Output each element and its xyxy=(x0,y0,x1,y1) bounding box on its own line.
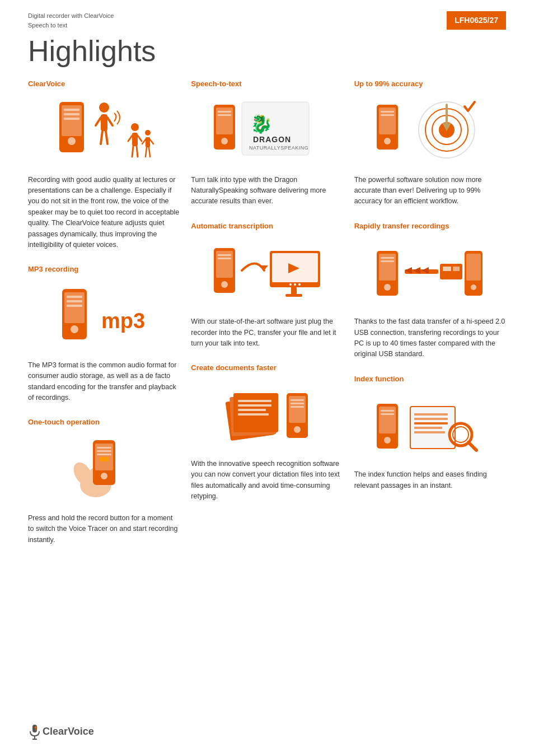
svg-line-11 xyxy=(106,131,107,144)
svg-point-75 xyxy=(294,426,301,433)
svg-point-2 xyxy=(68,137,76,145)
svg-rect-42 xyxy=(100,457,109,461)
svg-point-63 xyxy=(289,283,292,286)
svg-rect-3 xyxy=(64,109,79,111)
column-1: ClearVoice xyxy=(28,78,180,559)
svg-point-38 xyxy=(101,473,107,479)
svg-rect-108 xyxy=(381,410,394,412)
header-left: Digital recorder with ClearVoice Speech … xyxy=(28,11,114,30)
section-clearvoice: ClearVoice xyxy=(28,78,180,250)
onetouch-image xyxy=(28,433,180,506)
svg-rect-113 xyxy=(414,422,448,424)
svg-point-104 xyxy=(471,284,476,290)
svg-line-8 xyxy=(96,118,101,125)
svg-rect-46 xyxy=(218,111,231,113)
svg-rect-78 xyxy=(291,406,304,408)
clearvoice-footer-icon xyxy=(28,724,41,739)
product-name: Digital recorder with ClearVoice xyxy=(28,11,114,21)
transcription-text: With our state-of-the-art software just … xyxy=(191,316,343,349)
svg-rect-13 xyxy=(132,133,138,146)
mp3-image: mp3 xyxy=(28,281,180,353)
svg-rect-28 xyxy=(67,300,82,302)
svg-line-9 xyxy=(107,118,113,125)
svg-rect-69 xyxy=(238,400,271,402)
svg-point-12 xyxy=(131,123,139,131)
svg-rect-93 xyxy=(381,257,394,259)
svg-rect-71 xyxy=(238,409,266,411)
index-text: The index function helps and eases findi… xyxy=(354,469,506,491)
svg-rect-56 xyxy=(218,258,231,259)
speech-text: Turn talk into type with the Dragon Natu… xyxy=(191,175,343,207)
accuracy-heading: Up to 99% accuracy xyxy=(354,78,506,90)
svg-rect-119 xyxy=(32,725,37,732)
svg-point-92 xyxy=(384,284,391,291)
onetouch-heading: One-touch operation xyxy=(28,417,180,428)
index-heading: Index function xyxy=(354,374,506,385)
svg-rect-61 xyxy=(291,287,297,294)
transfer-heading: Rapidly transfer recordings xyxy=(354,221,506,232)
svg-rect-99 xyxy=(440,264,462,279)
onetouch-text: Press and hold the record button for a m… xyxy=(28,513,180,545)
section-transcription: Automatic transcription xyxy=(191,221,343,349)
svg-point-54 xyxy=(221,281,228,288)
svg-rect-100 xyxy=(443,267,451,271)
svg-rect-27 xyxy=(67,296,82,298)
svg-rect-62 xyxy=(285,294,302,297)
svg-text:NATURALLYSPEAKING: NATURALLYSPEAKING xyxy=(249,145,308,151)
svg-rect-77 xyxy=(291,403,304,404)
svg-rect-40 xyxy=(97,450,111,452)
svg-rect-82 xyxy=(381,111,394,113)
mp3-text: The MP3 format is the common audio forma… xyxy=(28,360,180,404)
svg-rect-109 xyxy=(381,413,394,415)
dragon-image: 🐉 DRAGON NATURALLYSPEAKING xyxy=(191,95,343,168)
documents-heading: Create documents faster xyxy=(191,362,343,374)
section-index: Index function xyxy=(354,374,506,491)
svg-rect-55 xyxy=(218,254,231,256)
svg-line-22 xyxy=(146,147,147,157)
svg-text:DRAGON: DRAGON xyxy=(253,135,291,144)
svg-text:mp3: mp3 xyxy=(101,309,145,333)
accuracy-image xyxy=(354,95,506,168)
svg-rect-72 xyxy=(238,413,269,416)
svg-rect-114 xyxy=(414,427,442,429)
svg-line-16 xyxy=(132,146,133,157)
page-title: Highlights xyxy=(28,35,506,67)
product-id: LFH0625/27 xyxy=(447,11,506,30)
svg-line-20 xyxy=(142,139,146,144)
svg-line-17 xyxy=(137,146,138,157)
clearvoice-text: Recording with good audio quality at lec… xyxy=(28,175,180,251)
transfer-image xyxy=(354,237,506,310)
svg-rect-4 xyxy=(64,113,79,115)
svg-rect-29 xyxy=(67,305,82,307)
mp3-heading: MP3 recording xyxy=(28,264,180,275)
documents-image xyxy=(191,379,343,452)
svg-point-45 xyxy=(221,138,228,144)
section-transfer: Rapidly transfer recordings xyxy=(354,221,506,360)
svg-text:🐉: 🐉 xyxy=(250,113,273,134)
footer-brand: ClearVoice xyxy=(43,724,94,739)
svg-rect-68 xyxy=(233,393,278,432)
svg-rect-70 xyxy=(238,404,271,407)
transcription-heading: Automatic transcription xyxy=(191,221,343,232)
column-3: Up to 99% accuracy xyxy=(354,78,506,559)
svg-rect-111 xyxy=(414,413,448,416)
product-sub: Speech to text xyxy=(28,21,114,30)
svg-point-64 xyxy=(294,283,296,286)
svg-rect-101 xyxy=(453,267,460,271)
speech-heading: Speech-to-text xyxy=(191,78,343,90)
column-2: Speech-to-text 🐉 DRAGON xyxy=(191,78,343,559)
svg-rect-47 xyxy=(218,114,231,116)
svg-line-15 xyxy=(138,136,142,141)
transcription-image xyxy=(191,237,343,310)
clearvoice-heading: ClearVoice xyxy=(28,78,180,90)
footer: ClearVoice xyxy=(28,724,94,739)
svg-point-18 xyxy=(145,130,151,136)
svg-line-118 xyxy=(469,442,476,450)
clearvoice-image xyxy=(28,95,180,168)
svg-point-81 xyxy=(384,138,391,144)
svg-point-65 xyxy=(298,283,301,286)
content-grid: ClearVoice xyxy=(28,78,506,559)
page-container: Digital recorder with ClearVoice Speech … xyxy=(0,0,534,756)
svg-rect-112 xyxy=(414,418,448,420)
svg-rect-5 xyxy=(64,118,79,120)
